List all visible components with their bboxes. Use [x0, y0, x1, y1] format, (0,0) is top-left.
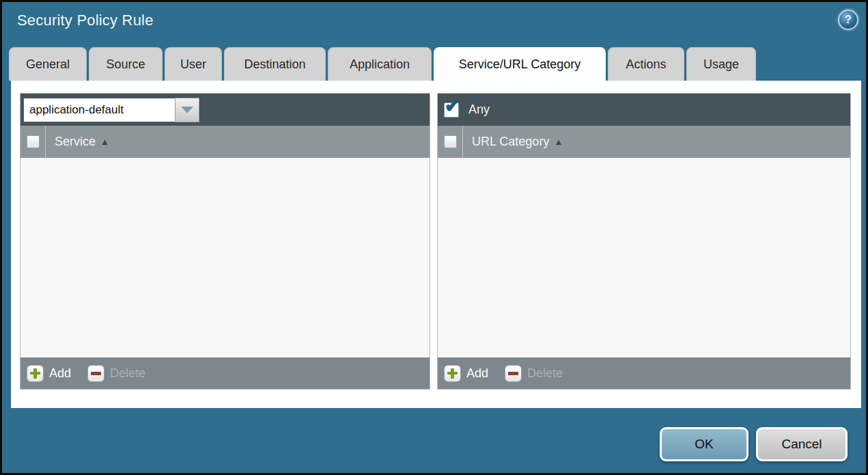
service-column-label[interactable]: Service: [55, 135, 96, 149]
delete-button-label: Delete: [527, 366, 563, 381]
tab-content-area: Service ▲ Add Delete: [11, 81, 861, 408]
header-separator: [45, 126, 46, 158]
service-footer: Add Delete: [20, 357, 430, 389]
security-policy-rule-dialog: Security Policy Rule ? General Source Us…: [0, 0, 868, 475]
service-column-header: Service ▲: [20, 126, 430, 158]
any-checkbox[interactable]: ✔: [444, 103, 459, 118]
checkmark-icon: ✔: [445, 95, 460, 117]
delete-button-label: Delete: [110, 366, 145, 381]
sort-ascending-icon[interactable]: ▲: [100, 137, 109, 147]
tab-actions[interactable]: Actions: [608, 47, 684, 81]
url-category-panel: ✔ Any URL Category ▲ Add: [437, 93, 851, 390]
url-category-column-label[interactable]: URL Category: [472, 135, 549, 149]
tab-service-url-category[interactable]: Service/URL Category: [434, 47, 606, 81]
sort-ascending-icon[interactable]: ▲: [554, 137, 563, 147]
service-panel: Service ▲ Add Delete: [20, 93, 430, 390]
tab-user[interactable]: User: [165, 47, 222, 81]
delete-minus-icon: [87, 365, 104, 382]
url-category-select-all-checkbox[interactable]: [444, 135, 457, 148]
add-plus-icon: [27, 365, 44, 382]
tab-source[interactable]: Source: [89, 47, 163, 81]
cancel-button[interactable]: Cancel: [756, 427, 848, 461]
add-button-label: Add: [466, 366, 488, 381]
help-icon[interactable]: ?: [838, 10, 858, 30]
dialog-title: Security Policy Rule: [17, 12, 154, 29]
service-select-all-checkbox[interactable]: [27, 135, 40, 148]
service-toolbar: [20, 94, 430, 126]
url-category-add-button[interactable]: Add: [438, 365, 488, 382]
url-category-toolbar: ✔ Any: [438, 94, 850, 126]
service-list[interactable]: [20, 158, 430, 357]
url-category-delete-button[interactable]: Delete: [505, 365, 563, 382]
tab-general[interactable]: General: [9, 47, 87, 81]
header-separator: [462, 126, 463, 158]
service-add-button[interactable]: Add: [20, 365, 71, 382]
tab-application[interactable]: Application: [328, 47, 432, 81]
service-delete-button[interactable]: Delete: [87, 365, 145, 382]
help-question-glyph: ?: [845, 14, 852, 26]
add-plus-icon: [444, 365, 461, 382]
tab-usage[interactable]: Usage: [686, 47, 756, 81]
delete-minus-icon: [505, 365, 522, 382]
tab-destination[interactable]: Destination: [224, 47, 326, 81]
add-button-label: Add: [49, 366, 71, 381]
chevron-down-icon: [181, 107, 193, 113]
url-category-list[interactable]: [438, 158, 850, 357]
service-type-dropdown-button[interactable]: [175, 98, 199, 122]
service-type-input[interactable]: [23, 98, 175, 122]
any-checkbox-label[interactable]: Any: [468, 103, 490, 117]
ok-button[interactable]: OK: [660, 427, 748, 461]
url-category-footer: Add Delete: [438, 357, 850, 389]
service-type-dropdown: [23, 98, 199, 122]
tab-bar: General Source User Destination Applicat…: [9, 47, 756, 81]
url-category-column-header: URL Category ▲: [438, 126, 850, 158]
